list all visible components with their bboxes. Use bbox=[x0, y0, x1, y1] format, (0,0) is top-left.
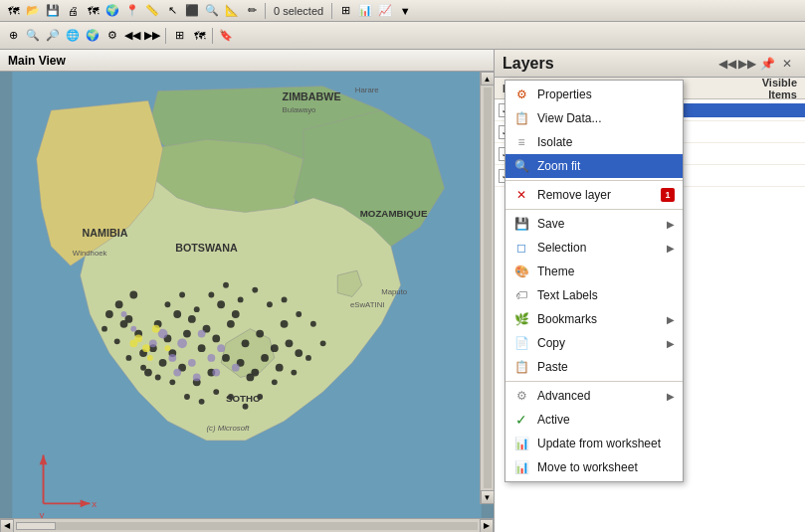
layers-pin-btn[interactable]: 📌 bbox=[757, 54, 777, 74]
globe-icon[interactable]: 🌍 bbox=[103, 2, 121, 20]
svg-point-73 bbox=[177, 338, 187, 348]
secondary-toolbar: ⊕ 🔍 🔎 🌐 🌍 ⚙ ◀◀ ▶▶ ⊞ 🗺 🔖 bbox=[0, 22, 805, 50]
svg-point-34 bbox=[144, 369, 152, 377]
ctx-advanced[interactable]: ⚙ Advanced ▶ bbox=[505, 384, 683, 408]
separator2 bbox=[331, 3, 332, 19]
ctx-remove-layer[interactable]: ✕ Remove layer 1 bbox=[505, 183, 683, 207]
move-worksheet-icon: 📊 bbox=[513, 459, 529, 475]
zoom-in-icon[interactable]: 🔍 bbox=[24, 27, 42, 45]
zoom-out-icon[interactable]: 🔎 bbox=[44, 27, 62, 45]
svg-point-53 bbox=[282, 296, 288, 302]
svg-point-89 bbox=[129, 339, 137, 347]
ctx-text-labels-label: Text Labels bbox=[537, 288, 675, 302]
zoom-icon[interactable]: 🔍 bbox=[203, 2, 221, 20]
zoom-full-icon[interactable]: ⊕ bbox=[4, 27, 22, 45]
save-icon[interactable]: 💾 bbox=[44, 2, 62, 20]
svg-text:x: x bbox=[92, 498, 97, 509]
layers-fwd-btn[interactable]: ▶▶ bbox=[737, 54, 757, 74]
ctx-selection[interactable]: ◻ Selection ▶ bbox=[505, 236, 683, 260]
layers-back-btn[interactable]: ◀◀ bbox=[717, 54, 737, 74]
svg-text:Harare: Harare bbox=[355, 86, 379, 94]
ctx-isolate[interactable]: ≡ Isolate bbox=[505, 130, 683, 154]
svg-point-81 bbox=[193, 374, 201, 382]
dropdown-btn[interactable]: ▼ bbox=[396, 2, 414, 20]
selection-icon: ◻ bbox=[513, 240, 529, 256]
text-labels-icon: 🏷 bbox=[513, 287, 529, 303]
ctx-properties[interactable]: ⚙ Properties bbox=[505, 83, 683, 106]
layers-close-btn[interactable]: ✕ bbox=[777, 54, 797, 74]
pin-icon[interactable]: 📍 bbox=[123, 2, 141, 20]
cursor-icon[interactable]: ↖ bbox=[163, 2, 181, 20]
prev-icon[interactable]: ◀◀ bbox=[123, 27, 141, 45]
ctx-text-labels[interactable]: 🏷 Text Labels bbox=[505, 283, 683, 307]
main-content: Main View bbox=[0, 50, 805, 532]
save-icon: 💾 bbox=[513, 216, 529, 232]
svg-point-19 bbox=[222, 354, 230, 362]
bookmark-icon[interactable]: 🔖 bbox=[217, 27, 235, 45]
main-toolbar: 🗺 📂 💾 🖨 🗺 🌍 📍 📏 ↖ ⬛ 🔍 📐 ✏ 0 selected ⊞ 📊… bbox=[0, 0, 805, 22]
ctx-bookmarks[interactable]: 🌿 Bookmarks ▶ bbox=[505, 307, 683, 331]
svg-point-12 bbox=[227, 320, 235, 328]
svg-point-50 bbox=[238, 296, 244, 302]
new-icon[interactable]: 🗺 bbox=[4, 2, 22, 20]
ctx-theme[interactable]: 🎨 Theme bbox=[505, 260, 683, 283]
save-arrow: ▶ bbox=[667, 219, 675, 230]
svg-point-63 bbox=[213, 389, 219, 395]
svg-point-54 bbox=[296, 311, 302, 317]
measure-icon[interactable]: 📐 bbox=[223, 2, 241, 20]
route-icon[interactable]: 📏 bbox=[143, 2, 161, 20]
map-view[interactable]: ZIMBABWE Bulawayo Harare BOTSWANA NAMIBI… bbox=[0, 72, 494, 518]
next-icon[interactable]: ▶▶ bbox=[143, 27, 161, 45]
map-icon[interactable]: 🗺 bbox=[84, 2, 101, 20]
svg-point-14 bbox=[256, 330, 264, 338]
ctx-isolate-label: Isolate bbox=[537, 135, 675, 149]
svg-point-56 bbox=[320, 340, 326, 346]
svg-text:BOTSWANA: BOTSWANA bbox=[175, 242, 238, 254]
excel-icon[interactable]: 📈 bbox=[376, 2, 394, 20]
advanced-icon: ⚙ bbox=[513, 388, 529, 404]
ctx-zoom-fit[interactable]: 🔍 Zoom fit bbox=[505, 154, 683, 178]
ctx-paste[interactable]: 📋 Paste bbox=[505, 355, 683, 379]
svg-point-88 bbox=[142, 344, 150, 352]
svg-text:(c) Microsoft: (c) Microsoft bbox=[206, 424, 250, 433]
globe2-icon[interactable]: 🌐 bbox=[64, 27, 82, 45]
scroll-thumb-h[interactable] bbox=[16, 522, 56, 530]
map-horizontal-scrollbar[interactable]: ◀ ▶ bbox=[0, 518, 494, 532]
svg-point-11 bbox=[212, 335, 220, 343]
svg-point-91 bbox=[165, 345, 171, 351]
scroll-right-btn[interactable]: ▶ bbox=[480, 519, 494, 533]
ctx-properties-label: Properties bbox=[537, 88, 675, 101]
svg-point-39 bbox=[295, 349, 302, 357]
map2-icon[interactable]: 🗺 bbox=[190, 27, 208, 45]
select-icon[interactable]: ⬛ bbox=[183, 2, 201, 20]
table-icon[interactable]: ⊞ bbox=[336, 2, 354, 20]
ctx-separator bbox=[505, 209, 683, 210]
globe3-icon[interactable]: 🌍 bbox=[84, 27, 101, 45]
svg-point-79 bbox=[149, 339, 157, 347]
ctx-view-data[interactable]: 📋 View Data... bbox=[505, 106, 683, 130]
ctx-move-worksheet[interactable]: 📊 Move to worksheet bbox=[505, 455, 683, 479]
scroll-left-btn[interactable]: ◀ bbox=[0, 519, 14, 533]
svg-point-85 bbox=[121, 311, 127, 317]
data-icon[interactable]: 📊 bbox=[356, 2, 374, 20]
grid-icon[interactable]: ⊞ bbox=[170, 27, 188, 45]
open-icon[interactable]: 📂 bbox=[24, 2, 42, 20]
ctx-copy[interactable]: 📄 Copy ▶ bbox=[505, 331, 683, 355]
ctx-copy-label: Copy bbox=[537, 336, 659, 350]
scroll-up-btn[interactable]: ▲ bbox=[481, 72, 495, 86]
ctx-update-worksheet[interactable]: 📊 Update from worksheet bbox=[505, 432, 683, 455]
bookmarks-arrow: ▶ bbox=[667, 314, 675, 325]
map-vertical-scrollbar[interactable]: ▲ ▼ bbox=[480, 72, 494, 504]
svg-point-33 bbox=[159, 359, 167, 367]
svg-point-78 bbox=[168, 354, 176, 362]
svg-point-9 bbox=[198, 344, 206, 352]
svg-text:Bulawayo: Bulawayo bbox=[283, 105, 316, 114]
scroll-down-btn[interactable]: ▼ bbox=[481, 490, 495, 504]
ctx-save[interactable]: 💾 Save ▶ bbox=[505, 212, 683, 236]
remove-layer-icon: ✕ bbox=[513, 187, 529, 203]
settings-icon[interactable]: ⚙ bbox=[103, 27, 121, 45]
edit-icon[interactable]: ✏ bbox=[243, 2, 261, 20]
ctx-active-label: Active bbox=[537, 413, 675, 427]
print-icon[interactable]: 🖨 bbox=[64, 2, 82, 20]
ctx-active[interactable]: ✓ Active bbox=[505, 408, 683, 432]
